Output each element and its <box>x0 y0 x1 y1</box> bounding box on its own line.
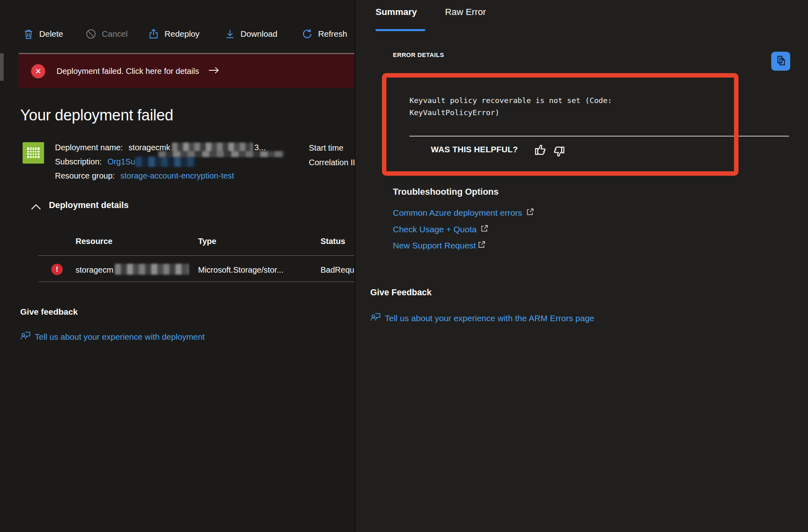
resource-group-label: Resource group: <box>55 169 115 183</box>
cell-status: BadRequest <box>321 265 354 275</box>
tab-raw-error[interactable]: Raw Error <box>445 7 486 17</box>
toolbar-label: Delete <box>39 29 63 39</box>
resource-group-row: Resource group: storage-account-encrypti… <box>55 169 266 183</box>
subscription-label: Subscription: <box>55 155 102 169</box>
redeploy-icon <box>148 28 159 40</box>
deployment-icon <box>23 142 44 165</box>
subscription-link[interactable]: Org1Su <box>108 155 135 169</box>
column-header-status: Status <box>321 237 345 246</box>
link-label: New Support Request <box>393 241 476 250</box>
redacted-block <box>135 157 196 167</box>
column-header-resource: Resource <box>76 237 112 246</box>
feedback-icon <box>20 330 31 343</box>
redeploy-button[interactable]: Redeploy <box>148 24 200 44</box>
error-message: Keyvault policy recoverable is not set (… <box>409 95 642 119</box>
error-x-icon: ✕ <box>31 64 45 78</box>
download-button[interactable]: Download <box>225 24 277 44</box>
error-details-heading: ERROR DETAILS <box>393 51 444 58</box>
table-divider <box>38 255 354 256</box>
give-feedback-heading: Give Feedback <box>370 288 432 298</box>
download-icon <box>225 28 235 40</box>
give-feedback-heading: Give feedback <box>20 307 78 317</box>
link-check-usage-quota[interactable]: Check Usage + Quota <box>393 224 489 235</box>
toolbar-label: Redeploy <box>165 29 200 39</box>
column-header-type: Type <box>198 237 216 246</box>
start-time-label: Start time <box>309 141 354 155</box>
error-badge-icon: ! <box>51 264 63 275</box>
thumbs-down-icon[interactable] <box>552 145 566 161</box>
external-link-icon <box>477 240 486 251</box>
cell-resource: storagecm <box>76 265 113 275</box>
arrow-right-icon <box>208 66 220 76</box>
toolbar-label: Refresh <box>318 29 347 39</box>
deployment-panel: Delete Cancel Redeploy Download <box>0 0 354 532</box>
redacted-block <box>115 264 189 275</box>
troubleshooting-heading: Troubleshooting Options <box>393 187 499 197</box>
cancel-icon <box>85 28 97 40</box>
deployment-feedback-link[interactable]: Tell us about your experience with deplo… <box>20 330 205 343</box>
toolbar-label: Download <box>241 29 277 39</box>
external-link-icon <box>480 224 489 235</box>
active-tab-underline <box>376 29 425 31</box>
feedback-link-label: Tell us about your experience with deplo… <box>35 332 205 342</box>
deployment-failed-banner[interactable]: ✕ Deployment failed. Click here for deta… <box>19 53 354 88</box>
link-label: Common Azure deployment errors <box>393 208 522 218</box>
redacted-block <box>158 151 285 157</box>
feedback-icon <box>370 312 381 324</box>
error-summary-panel: Summary Raw Error ERROR DETAILS Keyvault… <box>354 0 808 532</box>
copy-button[interactable] <box>771 52 790 71</box>
deployment-side-info: Start time Correlation ID <box>309 141 354 170</box>
cell-type: Microsoft.Storage/stor... <box>198 265 283 275</box>
correlation-id-label: Correlation ID <box>309 155 354 170</box>
link-new-support-request[interactable]: New Support Request <box>393 240 486 251</box>
page-title: Your deployment failed <box>20 107 173 124</box>
external-link-icon <box>526 208 534 218</box>
was-this-helpful-label: WAS THIS HELPFUL? <box>431 145 518 154</box>
thumbs-up-icon[interactable] <box>533 142 548 158</box>
deployment-details-heading: Deployment details <box>49 200 129 210</box>
banner-text: Deployment failed. Click here for detail… <box>57 67 199 76</box>
resource-group-link[interactable]: storage-account-encryption-test <box>120 169 234 183</box>
deployment-name-label: Deployment name: <box>55 141 123 155</box>
refresh-button[interactable]: Refresh <box>302 24 347 44</box>
toolbar-label: Cancel <box>102 29 128 39</box>
chevron-up-icon[interactable] <box>31 204 41 212</box>
delete-button[interactable]: Delete <box>23 24 63 44</box>
left-edge-scroll-fragment <box>0 53 4 81</box>
deployment-info: Deployment name: storagecmk3... Subscrip… <box>55 141 266 183</box>
cancel-button[interactable]: Cancel <box>85 24 128 44</box>
refresh-icon <box>302 28 313 40</box>
trash-icon <box>23 29 34 40</box>
link-label: Check Usage + Quota <box>393 225 477 234</box>
table-divider <box>38 282 354 282</box>
arm-errors-feedback-link[interactable]: Tell us about your experience with the A… <box>370 312 594 324</box>
tab-summary[interactable]: Summary <box>376 7 417 17</box>
feedback-link-label: Tell us about your experience with the A… <box>385 313 594 323</box>
copy-icon <box>775 55 787 68</box>
divider-line <box>409 136 789 137</box>
link-common-deployment-errors[interactable]: Common Azure deployment errors <box>393 208 534 218</box>
